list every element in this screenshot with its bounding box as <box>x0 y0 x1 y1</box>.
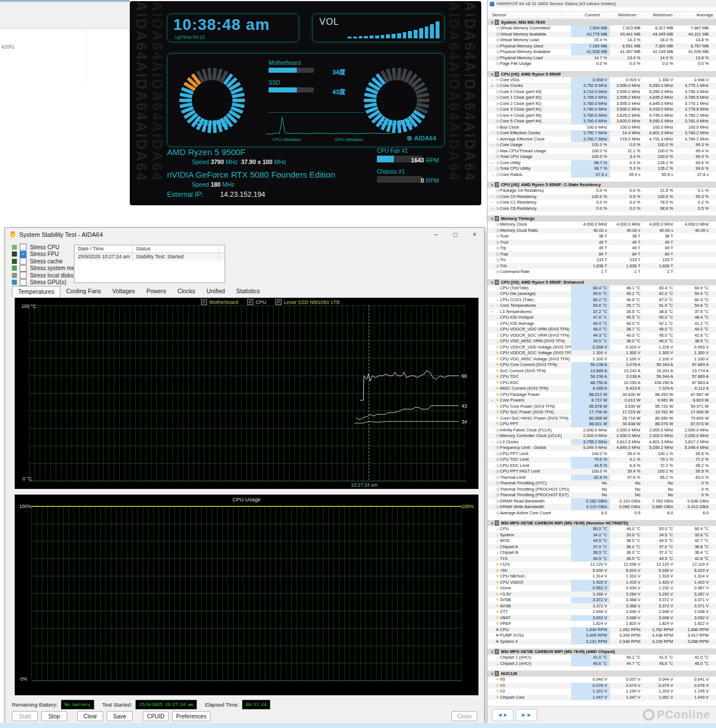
sensor-section-header[interactable]: ∨CPU [#0]: AMD Ryzen 5 9500F: Enhanced <box>487 279 716 285</box>
column-header-minimum[interactable]: Minimum <box>603 12 639 18</box>
sensor-row[interactable]: ↓Chipset A37.0 °C36.0 °C37.0 °C36.8 °C <box>487 544 716 550</box>
sensor-row[interactable]: ϟCPU VDD_MISC Voltage (SVI3 TFN)1.100 V1… <box>487 356 716 363</box>
column-header-sensor[interactable]: Sensor <box>487 12 560 18</box>
sensor-row[interactable]: ◷Memory Controller Clock (UCLK)2,000.0 M… <box>487 433 716 439</box>
sensor-row[interactable]: ϟCPU Package Power88.012 W34.630 W88.053… <box>487 392 716 398</box>
sensor-row[interactable]: ϟCPU TDC59.236 A3.038 A59.344 A57.869 A <box>487 374 716 380</box>
sensor-row[interactable]: ϟCPU VDDCR_VDD Voltage (SVI3 TFN)0.938 V… <box>487 345 716 351</box>
sensor-row[interactable]: >↓Core Temperatures54.6 °C25.7 °C61.9 °C… <box>487 303 716 309</box>
sensor-row[interactable]: ϟV10.076 V0.074 V0.079 V0.076 V <box>487 683 716 689</box>
sensor-row[interactable]: ◷Frequency Limit - Global5,049.9 MHz4,84… <box>487 445 716 451</box>
close-dialog-button[interactable]: Close <box>451 711 477 721</box>
tab-powers[interactable]: Powers <box>140 286 172 297</box>
sensor-row[interactable]: ◷Infinity Fabric Clock (FCLK)2,000.0 MHz… <box>487 427 716 434</box>
sensor-row[interactable]: ϟCPU VDDCR_SOC Voltage (SVI3 TFN)1.300 V… <box>487 350 716 356</box>
stress-system-memory-checkbox[interactable] <box>20 265 27 272</box>
sensor-row[interactable]: >↓L3 Temperatures37.2 °C26.5 °C38.6 °C37… <box>487 309 716 315</box>
tab-clocks[interactable]: Clocks <box>172 286 201 297</box>
sensor-row[interactable]: ◷Command Rate1 T1 T1 T <box>487 269 716 275</box>
sensor-row[interactable]: ϟ+3.3V3.288 V3.284 V3.292 V3.287 V <box>487 592 716 598</box>
sensor-row[interactable]: ϟCPU Core Power (SVI3 TFN)55.578 W3.539 … <box>487 404 716 410</box>
sensor-row[interactable]: ◷Bus Clock100.0 MHz100.0 MHz100.0 MHz100… <box>487 125 716 131</box>
sensor-section-header[interactable]: ∨CPU [#0]: AMD Ryzen 5 9500F <box>487 71 716 77</box>
cpu-legend-checkbox[interactable]: ✓ <box>247 299 253 305</box>
sensor-row[interactable]: ◷Core 0 Clock (perf #3)3,710.0 MHz3,595.… <box>487 89 716 95</box>
sensor-row[interactable]: ↓CPU VDDCR_VDD VRM (SVI3 TFN)46.0 °C38.7… <box>487 327 716 333</box>
nav-back-forward-button[interactable]: ◄► <box>492 709 513 721</box>
column-status[interactable]: Status <box>133 245 219 253</box>
column-date-time[interactable]: Date / Time <box>74 245 133 253</box>
history-row[interactable]: 25/9/2025 10:27:24 amStability Test: Sta… <box>74 253 225 261</box>
maximize-button[interactable]: □ <box>446 231 465 239</box>
sensor-row[interactable]: ◷CPU EDC Limit44.5 %6.8 %72.2 %45.2 % <box>487 463 716 469</box>
stress-fpu-checkbox[interactable]: ✓ <box>20 251 27 258</box>
sensor-row[interactable]: >◷Core Ratios37.5 x35.9 x50.5 x37.8 x <box>487 172 716 178</box>
sensor-row[interactable]: ↓Chipset 1 (xHCI)41.0 °C40.1 °C41.0 °C41… <box>487 655 716 661</box>
sensor-row[interactable]: ◷Trc133 T133 T133 T <box>487 257 716 263</box>
sensor-row[interactable]: ◷CPU PPT Limit100.0 %39.4 %100.1 %99.5 % <box>487 451 716 457</box>
sensor-row[interactable]: ϟCPU NB/SoC1.314 V1.310 V1.316 V1.314 V <box>487 573 716 580</box>
sensor-row[interactable]: ◷Trcd49 T49 T49 T <box>487 240 716 246</box>
column-header-maximum[interactable]: Maximum <box>639 12 675 18</box>
sensor-row[interactable]: ◷Physical Memory Available41,528 MB41,39… <box>487 49 716 55</box>
sensor-row[interactable]: ϟVcore0.952 V0.934 V1.232 V0.967 V <box>487 585 716 592</box>
tab-cooling-fans[interactable]: Cooling Fans <box>60 286 107 297</box>
sensor-row[interactable]: ◷CPU PPT FAST Limit100.0 %39.4 %100.1 %9… <box>487 469 716 475</box>
sensor-section-header[interactable]: ∨MSI MPG X870E CARBON WIFI (MS-7E49) (AM… <box>487 648 716 655</box>
sensor-row[interactable]: ↓CPU IOD Hotspot47.8 °C45.5 °C50.0 °C48.… <box>487 315 716 321</box>
stress-gpu-s-checkbox[interactable] <box>20 279 27 286</box>
sensor-row[interactable]: ◷Virtual Memory Available43,775 MB43,441… <box>487 32 716 38</box>
sensor-row[interactable]: >◷Core C0 Residency100.0 %0.5 %100.0 %99… <box>487 194 716 200</box>
sensor-row[interactable]: ◷Total CPU Usage100.0 %3.4 %100.0 %99.3 … <box>487 154 716 160</box>
sensor-row[interactable]: ◷Max CPU/Thread Usage100.0 %11.1 %100.0 … <box>487 148 716 155</box>
sensor-row[interactable]: ◷Core 3 Clock (perf #1)3,760.0 MHz3,590.… <box>487 107 716 113</box>
sensor-row[interactable]: ◷Trp49 T49 T49 T <box>487 245 716 252</box>
sensor-row[interactable]: ϟCore+SoC+MISC Power (SVI3 TFN)80.068 W2… <box>487 416 716 422</box>
hwinfo-titlebar[interactable]: HWiNFO® 64 v8.31-5805 Sensor Status [43 … <box>487 0 716 7</box>
sensor-row[interactable]: ◷Virtual Memory Committed7,994 MB7,423 M… <box>487 25 716 32</box>
sensor-row[interactable]: ϟV00.040 V0.037 V0.044 V0.041 V <box>487 677 716 683</box>
sensor-row[interactable]: ◷Average Active Core Count6.00.56.06.0 <box>487 510 716 517</box>
sensor-row[interactable]: ◷Virtual Memory Load15.4 %14.3 %16.0 %14… <box>487 37 716 43</box>
sensor-row[interactable]: ↓CPU CCD1 (Tdie)60.2 °C30.8 °C67.0 °C60.… <box>487 297 716 303</box>
sensor-row[interactable]: >◷L3 Clocks3,755.2 MHz3,612.5 MHz4,801.3… <box>487 439 716 445</box>
clear-button[interactable]: Clear <box>77 711 103 721</box>
tab-temperatures[interactable]: Temperatures <box>12 286 60 297</box>
sensor-row[interactable]: ◷Tras84 T84 T84 T <box>487 252 716 258</box>
sensor-row[interactable]: ϟMISC Current (SVI3 TFN)6.085 A5.423 A7.… <box>487 386 716 392</box>
sensor-row[interactable]: ◷DRAM Read Bandwidth0.182 GB/s0.119 GB/s… <box>487 498 716 505</box>
start-button[interactable]: Start <box>12 711 38 721</box>
stop-button[interactable]: Stop <box>41 711 67 721</box>
sensor-row[interactable]: ↓CPU Die (average)59.6 °C45.2 °C62.0 °C5… <box>487 291 716 297</box>
lexar-ssd-nm1090-1tb-legend-checkbox[interactable]: ✓ <box>275 299 282 305</box>
sensor-row[interactable]: ◷Memory Clock Ratio40.00 x40.00 x40.00 x… <box>487 228 716 234</box>
sensor-row[interactable]: ◷Thermal Throttling (HTC)NoNoNo0 % <box>487 480 716 487</box>
column-header-average[interactable]: Average <box>675 12 716 18</box>
sensor-row[interactable]: >◷Core Usage100.0 %0.0 %100.0 %99.3 % <box>487 142 716 148</box>
sensor-row[interactable]: ϟVTT2.046 V2.046 V2.046 V2.046 V <box>487 609 716 615</box>
stress-cache-checkbox[interactable] <box>20 258 27 264</box>
sensor-row[interactable]: ϟSoC Current (SVI3 TFN)13.689 A13.242 A1… <box>487 368 716 374</box>
column-header-current[interactable]: Current <box>560 12 603 18</box>
sensor-row[interactable]: ◷Core 5 Clock (perf #4)3,760.0 MHz3,620.… <box>487 118 716 125</box>
tab-statistics[interactable]: Statistics <box>231 286 266 297</box>
sensor-row[interactable]: ϟVBAT3.092 V3.088 V3.096 V3.092 V <box>487 615 716 621</box>
sensor-row[interactable]: ϟ+5V5.030 V5.020 V5.030 V5.029 V <box>487 568 716 574</box>
tab-voltages[interactable]: Voltages <box>107 286 140 297</box>
sensor-row[interactable]: ϟVREF1.824 V1.820 V1.824 V1.822 V <box>487 621 716 627</box>
sensor-row[interactable]: ϟ+12V12.120 V12.096 V12.120 V12.119 V <box>487 562 716 568</box>
motherboard-legend-checkbox[interactable]: ✓ <box>201 299 207 305</box>
sensor-row[interactable]: ↓CPU IOD Average40.9 °C40.0 °C42.1 °C41.… <box>487 321 716 327</box>
sensor-row[interactable]: ϟCPU Core Current (SVI3 TFN)59.238 A3.07… <box>487 362 716 368</box>
sensor-row[interactable]: ◷Core 4 Clock (perf #5)3,760.0 MHz3,625.… <box>487 113 716 119</box>
sensor-row[interactable]: ◷Thermal Throttling (PROCHOT CPU)NoNoNo0… <box>487 487 716 493</box>
sensor-row[interactable]: ϟCPU PPT88.001 W34.638 W88.076 W87.573 W <box>487 421 716 427</box>
titlebar[interactable]: System Stability Test - AIDA64 – □ × <box>5 228 484 241</box>
sensor-row[interactable]: ↓MOS44.5 °C38.5 °C44.5 °C42.7 °C <box>487 538 716 544</box>
sensor-row[interactable]: ◷Physical Memory Used7,169 MB6,551 MB7,3… <box>487 43 716 50</box>
sensor-row[interactable]: ∨◷Core Clocks3,752.5 MHz3,590.0 MHz5,050… <box>487 83 716 89</box>
stress-local-disks-checkbox[interactable] <box>20 272 27 279</box>
sensor-section-header[interactable]: ∨MSI MPG X870E CARBON WIFI (MS-7E49) (Nu… <box>487 520 716 526</box>
sensor-row[interactable]: ϟAVSB3.372 V3.368 V3.372 V3.371 V <box>487 603 716 610</box>
sensor-row[interactable]: >◷Core Effective Clocks3,750.7 MHz14.4 M… <box>487 130 716 136</box>
